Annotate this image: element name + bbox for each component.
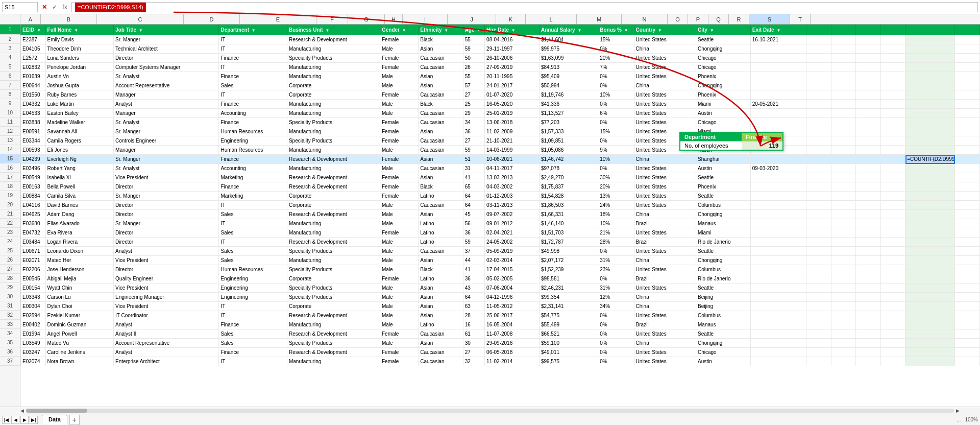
cell[interactable] — [955, 44, 980, 54]
cell[interactable] — [750, 293, 806, 302]
cell[interactable]: Director — [114, 228, 219, 238]
cell[interactable]: Male — [380, 320, 418, 329]
cell[interactable] — [955, 100, 980, 109]
cell[interactable]: $1,05,086 — [539, 146, 598, 155]
cell[interactable] — [806, 173, 831, 182]
cell[interactable]: 50 — [463, 54, 484, 63]
cell[interactable]: Research & Development — [287, 329, 380, 339]
cell[interactable]: E00402 — [21, 320, 46, 329]
cell[interactable] — [856, 100, 881, 109]
cell[interactable]: Manufacturing — [287, 219, 380, 228]
cell[interactable]: $98,581 — [539, 274, 598, 284]
cell[interactable]: IT — [219, 90, 287, 100]
cell[interactable]: Caucasian — [419, 164, 463, 173]
cell[interactable]: 41 — [463, 173, 484, 182]
cell[interactable]: Manager — [114, 146, 219, 155]
cell[interactable] — [806, 228, 831, 238]
cell[interactable] — [831, 35, 856, 44]
cell[interactable]: Rio de Janerio — [696, 274, 750, 284]
cell[interactable] — [750, 311, 806, 320]
cell[interactable]: Female — [380, 63, 418, 72]
col-header-N[interactable]: N — [622, 14, 668, 24]
cell[interactable]: 24-01-2017 — [485, 81, 540, 90]
cell[interactable]: $1,52,239 — [539, 265, 598, 274]
cell[interactable]: 0% — [598, 100, 634, 109]
cell[interactable]: Manufacturing — [287, 164, 380, 173]
cell[interactable]: Computer Systems Manager — [114, 63, 219, 72]
cell[interactable]: Sr. Analyst — [114, 72, 219, 81]
cell[interactable]: 25-06-2017 — [485, 311, 540, 320]
cell[interactable]: Speciality Products — [287, 284, 380, 293]
cell[interactable]: 10-06-2021 — [485, 155, 540, 164]
cell[interactable]: 0% — [598, 311, 634, 320]
cell[interactable] — [831, 182, 856, 192]
cell[interactable] — [806, 293, 831, 302]
col-header-H[interactable]: H — [385, 14, 403, 24]
cell[interactable]: IT — [219, 357, 287, 366]
cell[interactable]: 36 — [463, 127, 484, 136]
cell[interactable]: 21% — [598, 228, 634, 238]
cell[interactable]: 21-10-2021 — [485, 136, 540, 146]
cell[interactable] — [831, 109, 856, 118]
cell[interactable]: Male — [380, 146, 418, 155]
cell[interactable] — [831, 219, 856, 228]
cell[interactable]: China — [634, 302, 696, 311]
cell[interactable]: $1,86,503 — [539, 201, 598, 210]
cell[interactable]: $1,13,527 — [539, 109, 598, 118]
cell[interactable] — [831, 164, 856, 173]
cell[interactable] — [880, 118, 905, 127]
cell[interactable] — [905, 63, 955, 72]
cell[interactable]: 26 — [463, 63, 484, 72]
cell[interactable]: 20-11-1995 — [485, 72, 540, 81]
cell[interactable]: 51 — [463, 155, 484, 164]
cell[interactable] — [806, 127, 831, 136]
cell[interactable]: 03-11-2013 — [485, 201, 540, 210]
cell[interactable] — [905, 192, 955, 201]
cell[interactable] — [955, 173, 980, 182]
cell[interactable] — [905, 293, 955, 302]
cell[interactable]: Seattle — [696, 192, 750, 201]
col-header-O[interactable]: O — [668, 14, 688, 24]
cell[interactable] — [880, 339, 905, 348]
cell[interactable] — [880, 357, 905, 366]
cell[interactable]: E04116 — [21, 201, 46, 210]
cell[interactable]: E00671 — [21, 247, 46, 256]
cell[interactable]: Speciality Products — [287, 339, 380, 348]
cell[interactable]: Dylan Choi — [45, 302, 114, 311]
cell[interactable] — [905, 146, 955, 155]
cell[interactable]: Chicago — [696, 348, 750, 357]
formula-input[interactable]: =COUNTIF(D2:D999,S14) — [71, 2, 978, 12]
cell[interactable]: 05-09-2019 — [485, 247, 540, 256]
cell[interactable]: Sales — [219, 228, 287, 238]
cell[interactable]: 20% — [598, 182, 634, 192]
cell[interactable] — [880, 109, 905, 118]
cell[interactable]: Finance — [219, 182, 287, 192]
cell[interactable] — [955, 265, 980, 274]
cell[interactable]: Black — [419, 265, 463, 274]
cell[interactable]: United States — [634, 109, 696, 118]
cell[interactable]: United States — [634, 72, 696, 81]
cell[interactable]: Asian — [419, 127, 463, 136]
cell[interactable] — [831, 90, 856, 100]
cell[interactable]: Caucasian — [419, 201, 463, 210]
cell[interactable]: 16-05-2020 — [485, 100, 540, 109]
cell[interactable] — [905, 164, 955, 173]
cell[interactable]: Caucasian — [419, 90, 463, 100]
col-header-C[interactable]: C — [97, 14, 184, 24]
cell[interactable] — [880, 192, 905, 201]
cell[interactable]: 09-03-2020 — [750, 164, 806, 173]
cell[interactable]: E00593 — [21, 146, 46, 155]
cell[interactable] — [806, 90, 831, 100]
cell[interactable] — [955, 302, 980, 311]
cell[interactable]: Corporate — [287, 274, 380, 284]
cell[interactable] — [856, 44, 881, 54]
cell[interactable]: United States — [634, 173, 696, 182]
cell[interactable] — [880, 302, 905, 311]
cell[interactable] — [955, 192, 980, 201]
cell[interactable] — [806, 348, 831, 357]
cell[interactable]: Sales — [219, 81, 287, 90]
cell[interactable]: Female — [380, 173, 418, 182]
cell[interactable]: 31% — [598, 284, 634, 293]
cell[interactable]: Director — [114, 238, 219, 247]
cell[interactable]: 15% — [598, 35, 634, 44]
